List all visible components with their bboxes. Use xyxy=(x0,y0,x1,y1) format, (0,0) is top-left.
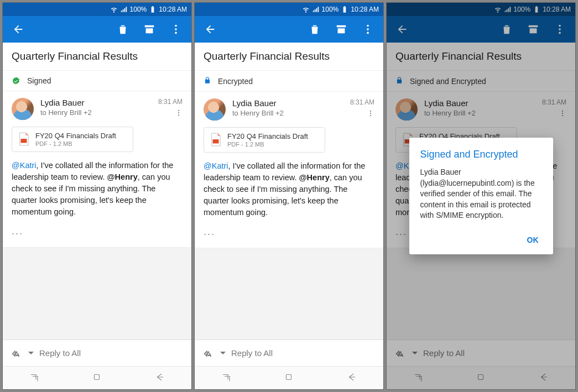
show-more-button[interactable]: ··· xyxy=(3,224,191,248)
recents-button[interactable] xyxy=(29,372,39,384)
security-row[interactable]: Signed xyxy=(3,71,191,91)
clock-text: 10:28 AM xyxy=(351,6,379,13)
svg-point-5 xyxy=(178,114,179,116)
reply-caret-icon xyxy=(220,348,226,358)
signal-icon xyxy=(120,6,128,13)
delete-button[interactable] xyxy=(304,18,326,40)
back-button[interactable] xyxy=(7,18,29,40)
wifi-icon xyxy=(302,6,310,13)
app-bar xyxy=(195,16,383,43)
security-row[interactable]: Encrypted xyxy=(195,71,383,92)
smime-dialog: Signed and Encrypted Lydia Bauer (lydia@… xyxy=(409,138,553,254)
security-label: Encrypted xyxy=(218,77,253,86)
email-subject: Quarterly Financial Results xyxy=(195,43,383,71)
sender-recipients[interactable]: to Henry Brill +2 xyxy=(232,109,343,117)
home-button[interactable] xyxy=(284,372,294,384)
avatar[interactable] xyxy=(12,98,34,120)
status-bar: 100% 10:28 AM xyxy=(3,3,191,16)
attachment-name: FY20 Q4 Financials Draft xyxy=(35,132,116,140)
svg-point-9 xyxy=(367,32,369,34)
sender-name: Lydia Bauer xyxy=(232,98,343,108)
signal-icon xyxy=(312,6,320,13)
reply-bar[interactable]: Reply to All xyxy=(195,339,383,366)
home-button[interactable] xyxy=(92,372,102,384)
message-overflow-button[interactable] xyxy=(350,109,374,117)
svg-point-4 xyxy=(178,112,179,113)
android-navbar xyxy=(3,366,191,389)
empty-area xyxy=(3,248,191,339)
reply-all-icon xyxy=(12,348,23,359)
dialog-ok-button[interactable]: OK xyxy=(524,231,542,249)
sender-row: Lydia Bauer to Henry Brill +2 8:31 AM xyxy=(3,91,191,124)
sender-time: 8:31 AM xyxy=(350,98,374,106)
phone-screen-signed: 100% 10:28 AM Quarterly Financial Result… xyxy=(2,2,192,390)
sender-recipients[interactable]: to Henry Brill +2 xyxy=(40,108,152,117)
svg-point-1 xyxy=(175,28,177,30)
pdf-icon xyxy=(210,133,222,147)
svg-point-3 xyxy=(178,110,179,111)
recents-button[interactable] xyxy=(221,372,231,384)
archive-button[interactable] xyxy=(138,18,160,40)
svg-point-0 xyxy=(175,25,177,27)
phone-screen-dialog: 100% 10:28 AM Quarterly Financial Result… xyxy=(386,2,576,390)
email-subject: Quarterly Financial Results xyxy=(3,43,191,71)
mention-katri[interactable]: @Katri xyxy=(204,161,228,170)
wifi-icon xyxy=(110,6,118,13)
attachment-name: FY20 Q4 Financials Draft xyxy=(227,132,308,140)
svg-point-2 xyxy=(175,32,177,34)
battery-text: 100% xyxy=(130,6,147,13)
reply-all-icon xyxy=(204,348,215,359)
dialog-body: Lydia Bauer (lydia@lucernepubintl.com) i… xyxy=(420,167,542,221)
svg-point-12 xyxy=(370,115,371,116)
lock-icon xyxy=(204,76,211,86)
mention-henry[interactable]: @Henry xyxy=(107,173,137,181)
dialog-title: Signed and Encrypted xyxy=(420,149,542,160)
svg-rect-6 xyxy=(95,374,100,379)
svg-point-11 xyxy=(370,113,371,114)
battery-icon xyxy=(149,6,157,13)
back-nav-button[interactable] xyxy=(155,372,165,384)
sender-time: 8:31 AM xyxy=(158,98,183,106)
back-nav-button[interactable] xyxy=(347,372,357,384)
sender-row: Lydia Bauer to Henry Brill +2 8:31 AM xyxy=(195,92,383,125)
verified-icon xyxy=(12,76,20,85)
avatar[interactable] xyxy=(204,98,226,121)
empty-area xyxy=(195,248,383,339)
mention-henry[interactable]: @Henry xyxy=(299,173,329,182)
reply-label: Reply to All xyxy=(39,348,81,358)
svg-point-8 xyxy=(367,28,369,30)
attachment-meta: PDF - 1.2 MB xyxy=(227,141,308,148)
delete-button[interactable] xyxy=(112,18,134,40)
message-overflow-button[interactable] xyxy=(158,109,183,117)
app-bar xyxy=(3,16,191,43)
back-button[interactable] xyxy=(199,18,221,40)
overflow-button[interactable] xyxy=(357,18,379,40)
sender-name: Lydia Bauer xyxy=(40,98,152,107)
android-navbar xyxy=(195,366,383,389)
battery-text: 100% xyxy=(322,6,339,13)
pdf-icon xyxy=(18,132,30,147)
archive-button[interactable] xyxy=(330,18,352,40)
show-more-button[interactable]: ··· xyxy=(195,225,383,248)
email-body: @Katri, I've collated all the informatio… xyxy=(3,158,191,224)
clock-text: 10:28 AM xyxy=(159,6,187,13)
status-bar: 100% 10:28 AM xyxy=(195,3,383,16)
svg-point-7 xyxy=(367,25,369,27)
battery-icon xyxy=(341,6,348,13)
email-body: @Katri, I've collated all the informatio… xyxy=(195,158,383,225)
overflow-button[interactable] xyxy=(165,18,187,40)
attachment-chip[interactable]: FY20 Q4 Financials Draft PDF - 1.2 MB xyxy=(204,127,325,153)
attachment-chip[interactable]: FY20 Q4 Financials Draft PDF - 1.2 MB xyxy=(12,127,133,152)
dialog-scrim[interactable]: Signed and Encrypted Lydia Bauer (lydia@… xyxy=(387,3,575,389)
attachment-meta: PDF - 1.2 MB xyxy=(35,140,116,147)
security-label: Signed xyxy=(27,76,51,85)
reply-bar[interactable]: Reply to All xyxy=(3,339,191,366)
reply-caret-icon xyxy=(28,348,34,358)
phone-screen-encrypted: 100% 10:28 AM Quarterly Financial Result… xyxy=(194,2,384,390)
mention-katri[interactable]: @Katri xyxy=(12,161,37,170)
svg-point-10 xyxy=(370,111,371,112)
svg-rect-13 xyxy=(287,374,291,379)
reply-label: Reply to All xyxy=(231,348,273,358)
